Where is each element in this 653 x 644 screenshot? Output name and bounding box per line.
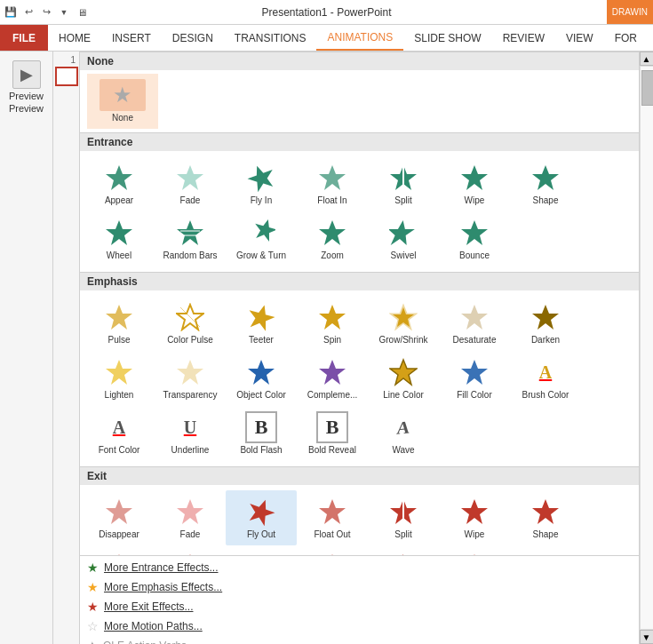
anim-desaturate[interactable]: Desaturate bbox=[439, 296, 510, 351]
fill-color-icon bbox=[458, 356, 490, 388]
anim-darken[interactable]: Darken bbox=[510, 296, 581, 351]
anim-teeter[interactable]: Teeter bbox=[226, 296, 297, 351]
anim-fade[interactable]: Fade bbox=[155, 156, 226, 211]
anim-swivel[interactable]: Swivel bbox=[368, 211, 439, 266]
anim-lighten[interactable]: Lighten bbox=[84, 351, 155, 406]
menu-review[interactable]: REVIEW bbox=[492, 25, 555, 51]
anim-split[interactable]: Split bbox=[368, 156, 439, 211]
anim-random-bars-exit[interactable]: Random Bars bbox=[155, 545, 226, 555]
anim-color-pulse[interactable]: Color Pulse bbox=[155, 296, 226, 351]
wave-icon: A bbox=[387, 411, 419, 443]
anim-wheel[interactable]: Wheel bbox=[84, 211, 155, 266]
menu-format[interactable]: FOR bbox=[604, 25, 648, 51]
anim-bounce[interactable]: Bounce bbox=[439, 211, 510, 266]
scrollbar-thumb[interactable] bbox=[641, 70, 654, 106]
anim-shrink-turn[interactable]: Shrink & Tu... bbox=[226, 545, 297, 555]
preview-button[interactable]: ▶ Preview Preview bbox=[5, 57, 47, 117]
more-motion-paths[interactable]: ☆ More Motion Paths... bbox=[80, 616, 639, 636]
menu-home[interactable]: HOME bbox=[48, 25, 101, 51]
emphasis-star-icon: ★ bbox=[87, 580, 99, 594]
anim-float-in[interactable]: Float In bbox=[297, 156, 368, 211]
svg-marker-25 bbox=[106, 360, 132, 385]
wheel-exit-icon bbox=[103, 551, 135, 555]
menu-design[interactable]: DESIGN bbox=[162, 25, 224, 51]
swivel-entrance-icon bbox=[387, 217, 419, 249]
svg-marker-34 bbox=[319, 499, 346, 524]
scrollbar[interactable]: ▲ ▼ bbox=[639, 52, 653, 644]
anim-wave[interactable]: A Wave bbox=[368, 406, 439, 461]
anim-spin[interactable]: Spin bbox=[297, 296, 368, 351]
anim-grow-shrink[interactable]: Grow/Shrink bbox=[368, 296, 439, 351]
anim-split-exit[interactable]: Split bbox=[368, 490, 439, 545]
split-entrance-label: Split bbox=[394, 195, 411, 206]
appear-icon bbox=[103, 162, 135, 194]
more-emphasis-effects[interactable]: ★ More Emphasis Effects... bbox=[80, 577, 639, 597]
undo-icon[interactable]: ↩ bbox=[21, 5, 36, 20]
svg-marker-2 bbox=[247, 163, 275, 192]
scrollbar-up-button[interactable]: ▲ bbox=[640, 52, 654, 66]
slide-thumbnail[interactable] bbox=[55, 67, 78, 86]
anim-wipe[interactable]: Wipe bbox=[439, 156, 510, 211]
redo-icon[interactable]: ↪ bbox=[39, 5, 53, 20]
anim-appear[interactable]: Appear bbox=[84, 156, 155, 211]
anim-fly-out[interactable]: Fly Out bbox=[226, 490, 297, 545]
anim-object-color[interactable]: Object Color bbox=[226, 351, 297, 406]
anim-random-bars[interactable]: Random Bars bbox=[155, 211, 226, 266]
anim-font-color[interactable]: A Font Color bbox=[84, 406, 155, 461]
present-icon[interactable]: 🖥 bbox=[75, 5, 89, 20]
anim-shape[interactable]: Shape bbox=[510, 156, 581, 211]
anim-brush-color[interactable]: A Brush Color bbox=[510, 351, 581, 406]
menu-animations[interactable]: ANIMATIONS bbox=[316, 25, 403, 51]
anim-zoom[interactable]: Zoom bbox=[297, 211, 368, 266]
fade-exit-label: Fade bbox=[180, 529, 201, 540]
darken-icon bbox=[530, 301, 561, 333]
anim-grow-turn[interactable]: Grow & Turn bbox=[226, 211, 297, 266]
scrollbar-down-button[interactable]: ▼ bbox=[640, 630, 654, 644]
file-button[interactable]: FILE bbox=[0, 25, 48, 51]
anim-bold-flash[interactable]: B Bold Flash bbox=[226, 406, 297, 461]
menu-view[interactable]: VIEW bbox=[555, 25, 604, 51]
anim-disappear[interactable]: Disappear bbox=[84, 490, 155, 545]
anim-fade-exit[interactable]: Fade bbox=[155, 490, 226, 545]
grow-shrink-icon bbox=[387, 301, 419, 333]
anim-swivel-exit[interactable]: Swivel bbox=[368, 545, 439, 555]
wipe-exit-icon bbox=[458, 496, 490, 528]
animation-none[interactable]: ★ None bbox=[87, 74, 158, 129]
animation-scroll-area[interactable]: None ★ None Entrance Appear bbox=[80, 52, 639, 555]
anim-wipe-exit[interactable]: Wipe bbox=[439, 490, 510, 545]
anim-fill-color[interactable]: Fill Color bbox=[439, 351, 510, 406]
anim-bounce-exit[interactable]: Bounce bbox=[439, 545, 510, 555]
anim-zoom-exit[interactable]: Zoom bbox=[297, 545, 368, 555]
section-emphasis-header: Emphasis bbox=[80, 272, 639, 290]
pulse-label: Pulse bbox=[108, 335, 130, 346]
none-grid: ★ None bbox=[80, 70, 639, 132]
more-entrance-effects[interactable]: ★ More Entrance Effects... bbox=[80, 558, 639, 577]
desaturate-label: Desaturate bbox=[453, 335, 497, 346]
anim-line-color[interactable]: Line Color bbox=[368, 351, 439, 406]
anim-shape-exit[interactable]: Shape bbox=[510, 490, 581, 545]
anim-bold-reveal[interactable]: B Bold Reveal bbox=[297, 406, 368, 461]
anim-float-out[interactable]: Float Out bbox=[297, 490, 368, 545]
anim-fly-in[interactable]: Fly In bbox=[226, 156, 297, 211]
anim-compleme[interactable]: Compleme... bbox=[297, 351, 368, 406]
float-in-icon bbox=[316, 162, 348, 194]
shape-entrance-label: Shape bbox=[533, 195, 559, 206]
wipe-entrance-icon bbox=[458, 162, 490, 194]
anim-pulse[interactable]: Pulse bbox=[84, 296, 155, 351]
ole-action-verbs[interactable]: ✦ OLE Action Verbs... bbox=[80, 636, 639, 644]
anim-wheel-exit[interactable]: Wheel bbox=[84, 545, 155, 555]
menu-slideshow[interactable]: SLIDE SHOW bbox=[403, 25, 491, 51]
svg-marker-27 bbox=[248, 360, 275, 385]
anim-underline[interactable]: U Underline bbox=[155, 406, 226, 461]
menu-transitions[interactable]: TRANSITIONS bbox=[224, 25, 317, 51]
object-color-icon bbox=[245, 356, 277, 388]
anim-transparency[interactable]: Transparency bbox=[155, 351, 226, 406]
scrollbar-track[interactable] bbox=[640, 66, 654, 630]
more-motion-label: More Motion Paths... bbox=[104, 620, 203, 632]
more-exit-effects[interactable]: ★ More Exit Effects... bbox=[80, 597, 639, 616]
random-bars-icon bbox=[174, 217, 206, 249]
save-icon[interactable]: 💾 bbox=[4, 5, 18, 20]
customize-icon[interactable]: ▼ bbox=[57, 5, 71, 20]
svg-marker-0 bbox=[106, 165, 132, 190]
menu-insert[interactable]: INSERT bbox=[101, 25, 162, 51]
